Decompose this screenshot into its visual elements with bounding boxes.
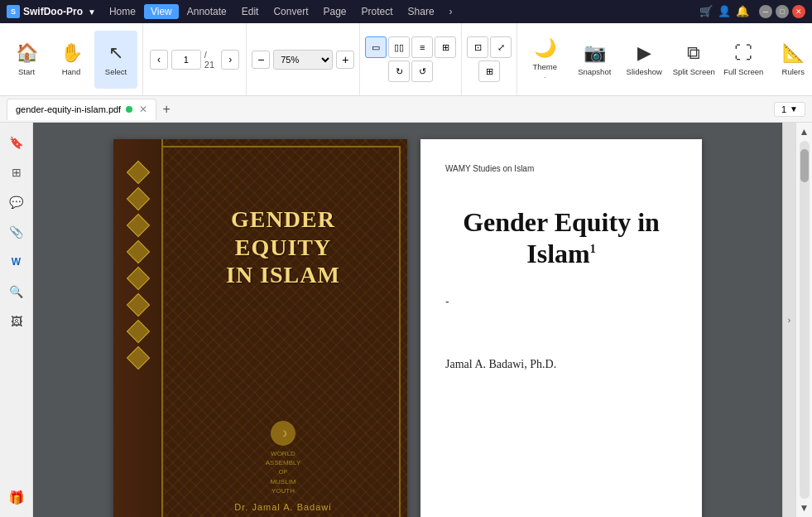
tab-pdf-label: gender-equity-in-islam.pdf <box>16 104 121 114</box>
collapse-panel-button[interactable]: › <box>782 123 795 517</box>
profile-icon[interactable]: 👤 <box>718 5 731 18</box>
scroll-track[interactable] <box>800 141 810 499</box>
scroll-down-button[interactable]: ▼ <box>800 502 810 514</box>
crop-button[interactable]: ⊡ <box>467 36 488 58</box>
menu-home[interactable]: Home <box>103 4 142 19</box>
cursor-icon: ↖ <box>108 42 123 64</box>
start-button[interactable]: 🏠 Start <box>5 31 48 89</box>
bell-icon[interactable]: 🔔 <box>736 5 749 18</box>
rulers-button[interactable]: 📐 Rulers <box>769 31 812 89</box>
page-title-line2: Islam <box>526 239 589 268</box>
book-cover: GENDER EQUITY IN ISLAM ☽ WORLD ASSEMBLY … <box>113 139 407 517</box>
logo-icon: S <box>7 5 20 18</box>
slideshow-button[interactable]: ▶ Slideshow <box>620 31 668 89</box>
sidebar-images-button[interactable]: 🖼 <box>3 308 30 335</box>
window-controls: 🛒 👤 🔔 ─ □ ✕ <box>699 5 805 18</box>
prev-page-button[interactable]: ‹ <box>150 50 168 70</box>
minimize-button[interactable]: ─ <box>759 5 772 18</box>
sidebar-search-button[interactable]: 🔍 <box>3 278 30 305</box>
sidebar-bottom: 🎁 <box>3 484 30 510</box>
zoom-select[interactable]: 50% 75% 100% 125% 150% <box>273 50 333 70</box>
pdf-viewer[interactable]: GENDER EQUITY IN ISLAM ☽ WORLD ASSEMBLY … <box>33 123 782 517</box>
menu-convert[interactable]: Convert <box>267 4 315 19</box>
ornament-1 <box>127 161 150 184</box>
hand-button[interactable]: ✋ Hand <box>50 31 93 89</box>
grid-view-button[interactable]: ⊞ <box>435 36 456 58</box>
full-screen-label: Full Screen <box>723 67 763 76</box>
ornament-7 <box>127 320 150 343</box>
view-mode-section: 🌙 Theme - 📷 Snapshot ▶ Slideshow ⧉ Split… <box>517 23 812 95</box>
menu-page[interactable]: Page <box>316 4 353 19</box>
sidebar-attachments-button[interactable]: 📎 <box>3 219 30 245</box>
chevron-down-icon[interactable]: ▼ <box>790 104 798 114</box>
cart-icon[interactable]: 🛒 <box>699 5 713 18</box>
app-name: SwifDoo-Pro <box>23 6 83 17</box>
app-dropdown-icon[interactable]: ▼ <box>88 7 96 17</box>
scroll-view-button[interactable]: ≡ <box>411 36 433 58</box>
ornament-5 <box>127 267 150 290</box>
view-icons-section: ▭ ▯▯ ≡ ⊞ ↻ ↺ <box>360 23 462 95</box>
scroll-thumb[interactable] <box>800 149 809 182</box>
scroll-up-button[interactable]: ▲ <box>800 126 810 138</box>
fullscreen-icon: ⛶ <box>734 42 752 64</box>
edit-icons-section: ⊡ ⤢ ⊞ <box>462 23 517 95</box>
split-icon: ⧉ <box>687 42 700 64</box>
sidebar-comments-button[interactable]: 💬 <box>3 189 30 215</box>
bookmark-number: 1 <box>781 104 786 114</box>
double-page-view-button[interactable]: ▯▯ <box>388 36 410 58</box>
sidebar-gift-button[interactable]: 🎁 <box>3 484 30 510</box>
snapshot-button[interactable]: 📷 Snapshot <box>570 31 618 89</box>
next-page-button[interactable]: › <box>221 50 239 70</box>
tab-close-button[interactable]: ✕ <box>139 104 147 115</box>
theme-button[interactable]: 🌙 Theme - <box>521 31 569 89</box>
sidebar-bookmarks-button[interactable]: 🔖 <box>3 129 30 156</box>
split-screen-label: Split Screen <box>673 67 715 76</box>
ornament-6 <box>127 293 150 316</box>
sidebar-thumbnails-button[interactable]: ⊞ <box>3 159 30 186</box>
expand-button[interactable]: ⤢ <box>490 36 512 58</box>
full-screen-button[interactable]: ⛶ Full Screen <box>719 31 767 89</box>
menu-bar: Home View Annotate Edit Convert Page Pro… <box>103 4 699 19</box>
split-screen-button[interactable]: ⧉ Split Screen <box>670 31 718 89</box>
superscript: 1 <box>590 244 596 256</box>
menu-view[interactable]: View <box>144 4 179 19</box>
cover-title-line1: GENDER <box>226 205 340 234</box>
rotate-cw-button[interactable]: ↻ <box>388 60 410 82</box>
ornament-3 <box>127 214 150 237</box>
select-button[interactable]: ↖ Select <box>94 31 137 89</box>
main-area: 🔖 ⊞ 💬 📎 W 🔍 🖼 🎁 <box>0 123 812 517</box>
fit-page-button[interactable]: ⊞ <box>478 60 500 82</box>
slideshow-icon: ▶ <box>637 42 651 64</box>
cover-content: GENDER EQUITY IN ISLAM ☽ WORLD ASSEMBLY … <box>167 156 399 517</box>
page-number-input[interactable] <box>171 50 201 70</box>
single-page-view-button[interactable]: ▭ <box>365 36 387 58</box>
home-icon: 🏠 <box>16 42 38 64</box>
page-author: Jamal A. Badawi, Ph.D. <box>445 358 677 371</box>
cover-left-strip <box>113 139 163 517</box>
page-total: / 21 <box>204 50 219 70</box>
cover-title: GENDER EQUITY IN ISLAM <box>226 205 340 289</box>
left-sidebar: 🔖 ⊞ 💬 📎 W 🔍 🖼 🎁 <box>0 123 33 517</box>
camera-icon: 📷 <box>584 42 606 64</box>
maximize-button[interactable]: □ <box>776 5 789 18</box>
menu-more[interactable]: › <box>443 4 459 19</box>
add-tab-button[interactable]: + <box>156 99 176 119</box>
snapshot-label: Snapshot <box>578 67 611 76</box>
menu-annotate[interactable]: Annotate <box>180 4 233 19</box>
tab-pdf[interactable]: gender-equity-in-islam.pdf ✕ <box>7 99 156 120</box>
cover-title-line2: EQUITY <box>226 234 340 262</box>
menu-protect[interactable]: Protect <box>355 4 400 19</box>
rotate-ccw-button[interactable]: ↺ <box>411 60 433 82</box>
zoom-out-button[interactable]: − <box>252 51 270 69</box>
menu-share[interactable]: Share <box>401 4 441 19</box>
menu-edit[interactable]: Edit <box>235 4 266 19</box>
cover-title-line3: IN ISLAM <box>226 261 340 289</box>
theme-label: Theme <box>532 62 557 71</box>
zoom-in-button[interactable]: + <box>336 51 354 69</box>
close-button[interactable]: ✕ <box>792 5 805 18</box>
title-bar: S SwifDoo-Pro ▼ Home View Annotate Edit … <box>0 0 812 23</box>
pub-line3: OF <box>266 467 301 476</box>
page-title-line1: Gender Equity in <box>463 207 660 237</box>
tabs-row: gender-equity-in-islam.pdf ✕ + 1 ▼ <box>0 96 812 123</box>
sidebar-word-button[interactable]: W <box>3 249 30 275</box>
